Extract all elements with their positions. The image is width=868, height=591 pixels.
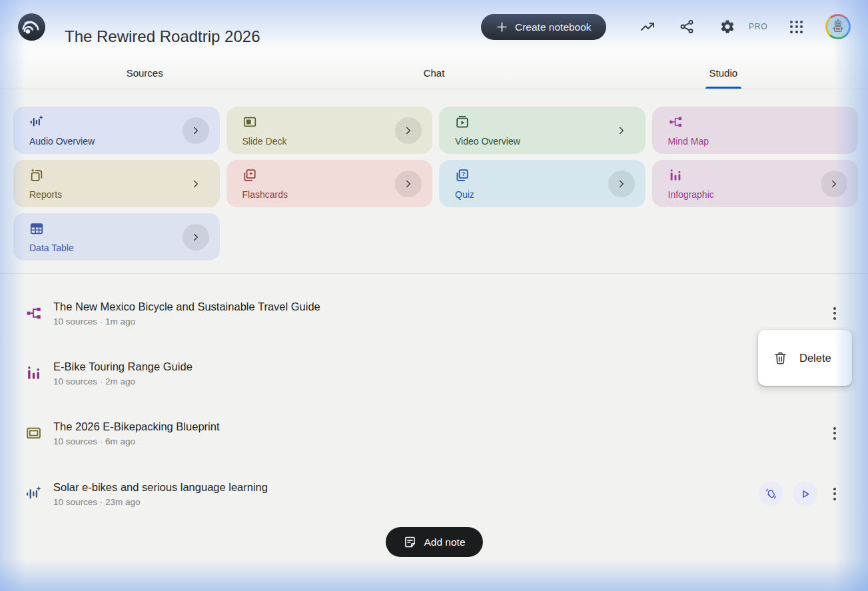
delete-menu-label: Delete [799,352,831,364]
waving-hand-icon [764,487,778,501]
video-overview-icon [455,115,470,129]
tool-card-quiz[interactable]: ? Quiz [439,160,646,207]
notebooklm-studio-page: The Rewired Roadtrip 2026 Create noteboo… [0,0,868,591]
context-menu: Delete [758,330,852,386]
artifact-title: The New Mexico Bicycle and Sustainable T… [53,300,320,313]
artifact-row-mind-map[interactable]: The New Mexico Bicycle and Sustainable T… [0,287,868,340]
tool-label: Reports [29,189,62,200]
tab-sources-label: Sources [127,67,163,79]
section-divider [0,273,868,274]
app-header: The Rewired Roadtrip 2026 Create noteboo… [0,0,868,57]
tool-label: Audio Overview [29,136,95,147]
artifact-title: The 2026 E-Bikepacking Blueprint [53,420,219,433]
artifact-title: Solar e-bikes and serious language learn… [53,481,268,494]
slide-deck-icon [242,115,257,129]
plus-icon [496,21,508,33]
artifact-row-audio-overview[interactable]: Solar e-bikes and serious language learn… [0,467,868,520]
apps-grid-icon[interactable] [790,19,806,35]
infographic-bars-icon [668,168,683,183]
infographic-bars-icon [25,365,42,382]
chevron-right-icon[interactable] [183,224,209,251]
tool-label: Video Overview [455,136,520,147]
audio-waveform-sparkle-icon [25,486,42,502]
add-note-label: Add note [424,536,465,548]
chevron-right-icon[interactable] [395,171,422,197]
tool-card-flashcards[interactable]: Flashcards [226,160,433,207]
trash-icon [773,350,788,366]
data-table-icon [29,221,44,236]
tool-card-data-table[interactable]: Data Table [13,213,220,261]
tool-label: Mind Map [668,136,709,147]
artifact-row-slide-deck[interactable]: The 2026 E-Bikepacking Blueprint 10 sour… [0,406,868,460]
tab-bar: Sources Chat Studio [0,57,868,89]
studio-tools-grid: Audio Overview Slide Deck Video Overview [13,107,858,261]
analytics-icon[interactable] [640,19,655,35]
settings-icon[interactable] [719,19,735,35]
artifact-meta: 10 sources · 23m ago [53,497,268,507]
chevron-right-icon[interactable] [183,117,209,144]
more-options-icon[interactable] [827,424,843,442]
quiz-cards-icon: ? [455,168,470,183]
active-tab-underline [705,87,741,89]
slide-deck-icon [25,425,42,442]
tab-studio[interactable]: Studio [579,57,868,89]
more-options-icon[interactable] [827,484,843,503]
interactive-mode-button[interactable] [759,482,783,506]
share-icon[interactable] [679,19,695,35]
notebook-title: The Rewired Roadtrip 2026 [65,27,260,46]
chevron-right-icon[interactable] [608,171,635,197]
play-button[interactable] [793,482,817,506]
tab-studio-label: Studio [709,67,738,79]
create-notebook-button[interactable]: Create notebook [481,14,606,40]
audio-waveform-sparkle-icon [29,115,44,129]
delete-menu-item[interactable]: Delete [758,330,852,386]
mind-map-icon [668,115,683,129]
tool-card-reports[interactable]: Reports [13,160,220,207]
avatar[interactable] [825,14,851,39]
artifact-row-infographic[interactable]: E-Bike Touring Range Guide 10 sources · … [0,346,868,400]
tab-chat-label: Chat [424,67,445,79]
artifact-title: E-Bike Touring Range Guide [53,360,193,373]
svg-text:?: ? [462,171,465,177]
pro-badge: PRO [749,22,767,31]
tool-card-slide-deck[interactable]: Slide Deck [226,107,433,154]
mind-map-icon [25,305,42,322]
add-note-button[interactable]: Add note [385,527,482,557]
play-icon [799,487,812,500]
chevron-right-icon[interactable] [395,117,422,144]
flashcards-star-icon [242,168,257,183]
more-options-icon[interactable] [827,304,843,322]
chevron-right-icon[interactable] [821,171,847,197]
tool-label: Data Table [29,243,74,253]
robot-avatar-image [827,16,849,37]
create-notebook-label: Create notebook [515,21,592,33]
reports-doc-sparkle-icon [29,168,44,183]
tool-card-audio-overview[interactable]: Audio Overview [13,107,220,154]
tool-label: Flashcards [242,189,288,200]
notebooklm-logo[interactable] [18,13,45,41]
chevron-right-icon[interactable] [608,117,635,144]
tool-card-mind-map[interactable]: Mind Map [652,107,859,154]
tool-card-infographic[interactable]: Infographic [652,160,859,207]
artifact-meta: 10 sources · 6m ago [53,436,219,446]
tab-sources[interactable]: Sources [0,57,289,89]
tab-chat[interactable]: Chat [289,57,578,89]
chevron-right-icon[interactable] [183,171,209,197]
artifact-meta: 10 sources · 1m ago [53,316,320,326]
tool-label: Quiz [455,189,474,200]
tool-card-video-overview[interactable]: Video Overview [439,107,646,154]
tool-label: Infographic [668,189,714,200]
tool-label: Slide Deck [242,136,287,147]
artifact-meta: 10 sources · 2m ago [53,376,193,386]
note-icon [402,535,416,549]
